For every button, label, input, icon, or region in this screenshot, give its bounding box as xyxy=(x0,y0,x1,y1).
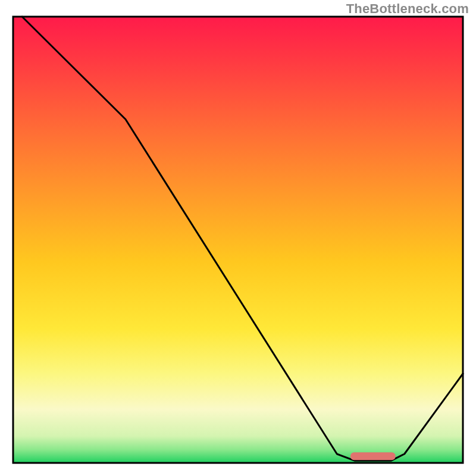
plot-background xyxy=(13,17,463,463)
chart-container: TheBottleneck.com xyxy=(0,0,476,476)
watermark-text: TheBottleneck.com xyxy=(346,1,469,17)
bottleneck-chart xyxy=(0,0,476,476)
optimal-range-marker xyxy=(350,452,396,460)
